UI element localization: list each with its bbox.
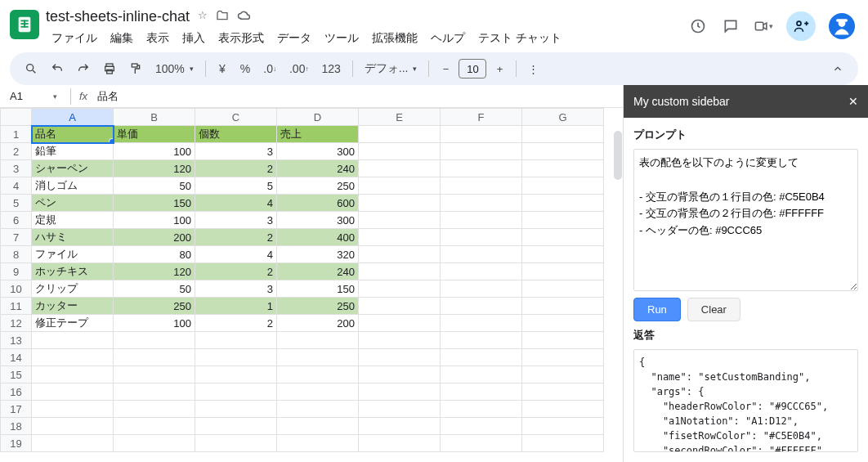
cell[interactable] [441,212,522,229]
menu-item[interactable]: 表示形式 [213,28,270,49]
cell[interactable]: 320 [277,246,359,263]
column-header[interactable]: D [277,109,359,126]
cell[interactable] [195,366,277,384]
comment-icon[interactable] [721,16,740,36]
cell[interactable] [441,332,522,349]
cell[interactable] [522,384,604,401]
cell[interactable]: 240 [277,160,359,177]
cell[interactable] [195,349,277,366]
cell[interactable] [359,384,441,401]
row-header[interactable]: 5 [1,195,32,212]
zoom-select[interactable]: 100% ▾ [150,57,199,80]
cell[interactable] [441,349,522,366]
cell[interactable] [359,126,441,143]
cell[interactable] [522,143,604,160]
cell[interactable] [195,418,277,435]
account-avatar[interactable] [829,13,855,39]
cell[interactable]: 120 [114,263,195,280]
cell[interactable] [441,126,522,143]
menu-item[interactable]: 編集 [105,28,139,49]
cell[interactable] [441,298,522,315]
move-icon[interactable] [216,9,229,25]
cell[interactable]: 250 [114,298,195,315]
scrollbar-thumb[interactable] [614,131,622,180]
cell[interactable] [359,418,441,435]
cell[interactable]: 200 [277,315,359,332]
cell[interactable] [114,332,195,349]
cell[interactable] [441,280,522,298]
cell[interactable]: 2 [195,263,277,280]
menu-item[interactable]: ファイル [46,28,103,49]
menu-item[interactable]: 表示 [141,28,175,49]
run-button[interactable]: Run [633,298,681,321]
cell[interactable] [359,212,441,229]
cell[interactable]: 150 [277,280,359,298]
sheets-logo[interactable] [10,10,39,39]
row-header[interactable]: 4 [1,177,32,195]
cell[interactable] [277,401,359,418]
cell[interactable] [441,195,522,212]
cell[interactable]: ペン [32,195,114,212]
row-header[interactable]: 1 [1,126,32,143]
currency-yen-icon[interactable]: ¥ [213,57,232,80]
cell[interactable] [522,280,604,298]
cell[interactable]: ファイル [32,246,114,263]
cell[interactable]: 200 [114,229,195,246]
cell[interactable] [359,195,441,212]
cell[interactable] [114,401,195,418]
row-header[interactable]: 8 [1,246,32,263]
cell[interactable]: 100 [114,315,195,332]
cell[interactable] [441,143,522,160]
redo-icon[interactable] [72,57,95,80]
print-icon[interactable] [98,57,121,80]
cell[interactable] [32,366,114,384]
cell[interactable] [359,263,441,280]
font-size-input[interactable]: 10 [459,59,486,78]
font-size-increase[interactable]: + [490,57,509,80]
name-box[interactable]: A1▾ [5,90,62,102]
column-header[interactable]: E [359,109,441,126]
cell[interactable]: 250 [277,298,359,315]
cell[interactable]: シャーペン [32,160,114,177]
cell[interactable] [359,229,441,246]
history-icon[interactable] [688,16,708,36]
cell[interactable] [277,332,359,349]
cell[interactable]: 単価 [114,126,195,143]
cloud-icon[interactable] [237,9,252,25]
cell[interactable] [32,435,114,452]
undo-icon[interactable] [46,57,69,80]
doc-title[interactable]: test-sheets-inline-chat [46,8,190,25]
cell[interactable]: 150 [114,195,195,212]
cell[interactable] [441,315,522,332]
close-icon[interactable]: ✕ [848,95,858,108]
column-header[interactable]: A [32,109,114,126]
row-header[interactable]: 16 [1,384,32,401]
cell[interactable]: 5 [195,177,277,195]
cell[interactable] [195,384,277,401]
row-header[interactable]: 18 [1,418,32,435]
cell[interactable] [114,384,195,401]
cell[interactable] [114,366,195,384]
column-header[interactable]: B [114,109,195,126]
row-header[interactable]: 11 [1,298,32,315]
cell[interactable]: 4 [195,195,277,212]
font-select[interactable]: デフォ... ▾ [360,57,423,80]
cell[interactable] [359,143,441,160]
cell[interactable] [114,349,195,366]
cell[interactable]: 50 [114,177,195,195]
cell[interactable] [359,349,441,366]
cell[interactable]: 3 [195,212,277,229]
row-header[interactable]: 10 [1,280,32,298]
cell[interactable]: 消しゴム [32,177,114,195]
cell[interactable]: 2 [195,229,277,246]
search-icon[interactable] [20,57,43,80]
cell[interactable]: 定規 [32,212,114,229]
cell[interactable] [359,246,441,263]
cell[interactable] [441,177,522,195]
cell[interactable] [441,384,522,401]
cell[interactable] [522,229,604,246]
cell[interactable] [522,263,604,280]
cell[interactable]: 3 [195,280,277,298]
cell[interactable] [522,298,604,315]
cell[interactable] [359,366,441,384]
